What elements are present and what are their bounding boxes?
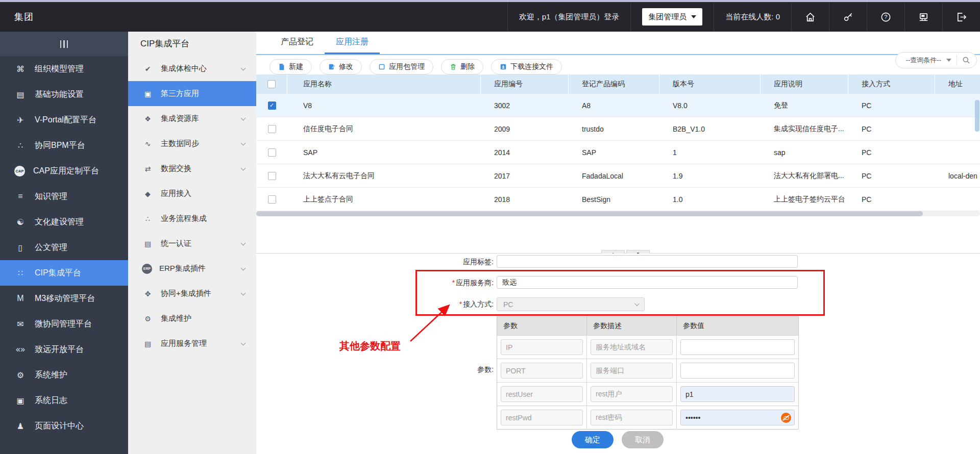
param-desc-input[interactable]: [591, 339, 673, 355]
param-value-input[interactable]: [680, 410, 795, 425]
subnav-item-label: 业务流程集成: [161, 214, 207, 223]
tab[interactable]: 应用注册: [325, 32, 380, 54]
row-checkbox[interactable]: [268, 148, 276, 157]
tab[interactable]: 产品登记: [270, 32, 325, 54]
param-key-input[interactable]: [501, 339, 583, 355]
subnav-item[interactable]: ∿ 主数据同步: [128, 131, 256, 156]
tab-label: 产品登记: [281, 37, 313, 47]
trash-icon: [450, 63, 457, 70]
cell-version: B2B_V1.0: [659, 117, 761, 140]
session-button[interactable]: [904, 2, 942, 32]
subnav-item[interactable]: ERP ERP集成插件: [128, 256, 256, 281]
param-value-input[interactable]: [680, 386, 795, 402]
sidebar-item[interactable]: CAP CAP应用定制平台: [0, 158, 128, 184]
row-checkbox[interactable]: [268, 125, 276, 133]
password-button[interactable]: [829, 2, 867, 32]
subnav-item[interactable]: ⇄ 数据交换: [128, 156, 256, 181]
sidebar-item[interactable]: ⌘ 组织模型管理: [0, 56, 128, 82]
sidebar-item[interactable]: ∷ CIP集成平台: [0, 260, 128, 286]
download-link-file-button[interactable]: 下载连接文件: [491, 59, 562, 74]
param-desc-input[interactable]: [591, 410, 673, 425]
home-button[interactable]: [791, 2, 829, 32]
sidebar-item[interactable]: ✈ V-Portal配置平台: [0, 107, 128, 133]
subnav-item[interactable]: ✔ 集成体检中心: [128, 56, 256, 81]
vertical-scrollbar-thumb[interactable]: [975, 100, 979, 132]
table-row[interactable]: V8 3002 A8 V8.0 免登 PC: [256, 94, 980, 117]
query-condition-dropdown[interactable]: --查询条件--: [895, 52, 977, 68]
param-value-input[interactable]: [680, 339, 795, 355]
subnav-item[interactable]: ✥ 协同+集成插件: [128, 281, 256, 306]
collapse-handle-icon: [60, 40, 68, 48]
subnav-item[interactable]: ❖ 集成资源库: [128, 106, 256, 131]
delete-button[interactable]: 删除: [441, 59, 483, 74]
logout-button[interactable]: [942, 2, 980, 32]
chevron-down-icon: [241, 241, 246, 246]
horizontal-scrollbar[interactable]: [256, 211, 980, 216]
confirm-button[interactable]: 确定: [572, 431, 614, 448]
chevron-down-icon: [241, 116, 246, 121]
row-checkbox[interactable]: [268, 102, 276, 110]
sidebar-item[interactable]: ▯ 公文管理: [0, 235, 128, 260]
subnav-item[interactable]: ▤ 统一认证: [128, 231, 256, 256]
cell-product-code: FadadaLocal: [569, 164, 659, 187]
sidebar-item[interactable]: ♟ 页面设计中心: [0, 413, 128, 439]
cell-product-code: BestSign: [569, 188, 659, 211]
params-table-header: 参数 参数描述 参数值: [497, 317, 798, 335]
sidebar-item[interactable]: «» 致远开放平台: [0, 337, 128, 362]
subnav-item[interactable]: ⚙ 集成维护: [128, 306, 256, 331]
param-desc-input[interactable]: [591, 386, 673, 402]
access-type-select[interactable]: PC: [497, 297, 645, 311]
subnav-item[interactable]: ◆ 应用接入: [128, 181, 256, 206]
edit-button[interactable]: 修改: [320, 59, 362, 74]
search-icon[interactable]: [962, 56, 970, 64]
sidebar-item[interactable]: ≡ 知识管理: [0, 184, 128, 209]
sidebar-item[interactable]: ▤ 基础功能设置: [0, 82, 128, 107]
subnav-item-label: 第三方应用: [161, 89, 199, 98]
sidebar-item[interactable]: ✉ 微协同管理平台: [0, 311, 128, 337]
select-all-checkbox[interactable]: [267, 80, 276, 88]
row-checkbox[interactable]: [268, 195, 276, 204]
new-button[interactable]: 新建: [270, 59, 312, 74]
table-row[interactable]: SAP 2014 SAP 1 sap PC: [256, 141, 980, 164]
role-dropdown-value: 集团管理员: [648, 12, 687, 22]
sidebar-item-label: 文化建设管理: [35, 217, 84, 228]
app-tag-input[interactable]: [497, 255, 798, 268]
sidebar-item[interactable]: M M3移动管理平台: [0, 286, 128, 311]
help-button[interactable]: ?: [867, 2, 904, 32]
app-package-button[interactable]: 应用包管理: [370, 59, 433, 74]
cell-address: [935, 117, 980, 140]
sidebar-collapse-handle[interactable]: [0, 32, 128, 56]
download-icon: [500, 63, 507, 70]
sidebar-item[interactable]: ☯ 文化建设管理: [0, 209, 128, 235]
row-checkbox[interactable]: [268, 172, 276, 180]
eye-slash-icon[interactable]: [781, 413, 791, 423]
subnav-item-label: 集成体检中心: [161, 64, 207, 73]
sidebar-item[interactable]: ▣ 系统日志: [0, 388, 128, 413]
palette-icon: ☯: [14, 217, 27, 227]
cell-version: 1.9: [659, 164, 761, 187]
horizontal-scrollbar-thumb[interactable]: [256, 211, 923, 216]
table-row[interactable]: 信任度电子合同 2009 trustdo B2B_V1.0 集成实现信任度电子.…: [256, 117, 980, 141]
param-key-input[interactable]: [501, 386, 583, 402]
m3-icon: M: [14, 294, 27, 303]
sidebar-item[interactable]: ⚙ 系统维护: [0, 362, 128, 388]
sidebar-item[interactable]: ∴ 协同BPM平台: [0, 133, 128, 158]
cancel-button[interactable]: 取消: [622, 431, 664, 448]
subnav-item[interactable]: ▣ 第三方应用: [128, 81, 256, 106]
subnav-item[interactable]: ▤ 应用服务管理: [128, 331, 256, 356]
param-row: [497, 335, 798, 359]
param-key-input[interactable]: [501, 363, 583, 379]
subnav-item[interactable]: ∴ 业务流程集成: [128, 206, 256, 231]
paper-plane-icon: ✈: [14, 115, 27, 125]
query-condition-label: --查询条件--: [906, 56, 941, 65]
table-row[interactable]: 上上签点子合同 2018 BestSign 1.0 上上签电子签约云平台 PC: [256, 188, 980, 211]
vendor-input[interactable]: [497, 276, 798, 289]
param-value-input[interactable]: [680, 363, 795, 379]
subnav-item-label: 协同+集成插件: [161, 289, 211, 298]
role-dropdown[interactable]: 集团管理员: [642, 8, 702, 26]
table-row[interactable]: 法大大私有云电子合同 2017 FadadaLocal 1.9 法大大私有化部署…: [256, 164, 980, 188]
param-desc-input[interactable]: [591, 363, 673, 379]
param-key-input[interactable]: [501, 410, 583, 425]
vertical-scrollbar[interactable]: [975, 75, 979, 211]
toolbar: 新建 修改 应用包管理 删除 下载连接文件: [256, 57, 980, 77]
